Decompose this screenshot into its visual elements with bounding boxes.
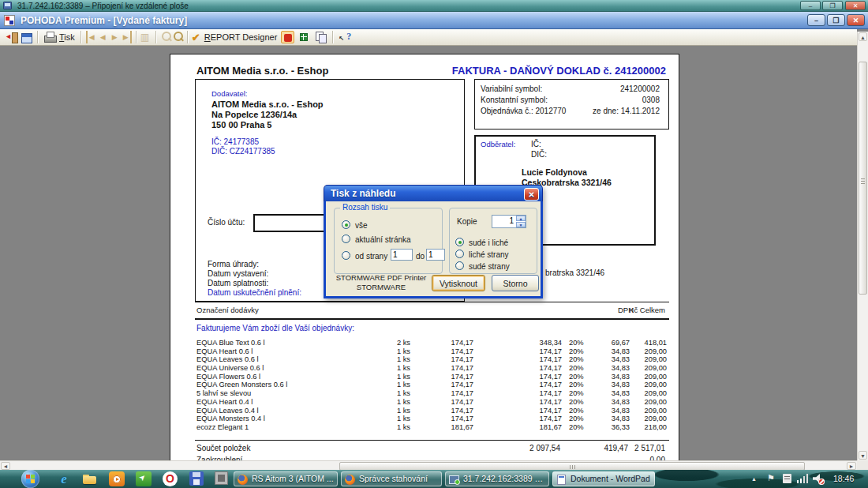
save-app-icon[interactable] <box>189 471 204 486</box>
to-page-input[interactable] <box>426 249 445 261</box>
table-row: EQUA Flowers 0.6 l 1 ks 174,17 174,17 20… <box>170 373 679 381</box>
explorer-folder-icon <box>82 471 98 486</box>
radio-all-pages-label: vše <box>355 221 368 230</box>
customer-name: Lucie Foldynova <box>522 167 587 177</box>
remote-app-icon[interactable] <box>136 471 152 486</box>
scroll-grip <box>570 465 575 469</box>
scroll-left-icon[interactable]: ◄ <box>1 462 10 470</box>
constant-symbol-label: Konstantní symbol: <box>481 96 548 104</box>
next-page-icon[interactable]: ▶ <box>110 31 120 43</box>
supplier-ic: IČ: 24177385 <box>211 137 259 146</box>
scroll-up-icon[interactable]: ▲ <box>859 32 867 41</box>
toolbar-separator <box>37 31 39 43</box>
scroll-right-icon[interactable]: ► <box>847 462 856 470</box>
rdp-close-button[interactable]: ✕ <box>845 1 866 10</box>
screen: 31.7.242.162:3389 – Připojení ke vzdálen… <box>0 0 868 488</box>
report-designer-button[interactable]: REPORT Designer <box>204 32 278 42</box>
rdp-title: 31.7.242.162:3389 – Připojení ke vzdálen… <box>17 0 189 12</box>
vertical-scroll-thumb[interactable] <box>859 62 867 295</box>
tray-app-icon[interactable] <box>783 474 791 483</box>
app-title-bar[interactable]: POHODA Premium - [Vydané faktury] – ❐ ✕ <box>0 12 868 29</box>
rdp-restore-button[interactable]: ❐ <box>822 1 843 10</box>
zoom-out-icon[interactable] <box>172 31 184 43</box>
sum-dph: 419,47 <box>604 444 628 452</box>
constant-symbol-value: 0308 <box>642 96 660 104</box>
misc-app-icon[interactable] <box>215 471 228 485</box>
taskbar-button-download-manager[interactable]: Správce stahování <box>341 471 442 486</box>
print-confirm-button[interactable]: Vytisknout <box>432 275 485 291</box>
close-preview-icon[interactable] <box>5 31 18 43</box>
internet-explorer-icon[interactable]: e <box>56 471 72 486</box>
network-signal-icon[interactable] <box>797 474 808 483</box>
table-row: EQUA Leaves 0.4 l 1 ks 174,17 174,17 20%… <box>170 407 679 415</box>
volume-mute-badge <box>818 479 825 485</box>
spinner-down-icon[interactable]: ▼ <box>516 222 526 227</box>
radio-odd-pages[interactable] <box>455 250 464 258</box>
print-dialog-titlebar[interactable]: Tisk z náhledu ✕ <box>324 185 543 201</box>
copies-value: 1 <box>509 216 514 225</box>
rdp-connection-bar[interactable]: 31.7.242.162:3389 – Připojení ke vzdálen… <box>0 0 868 12</box>
radio-all-pages[interactable] <box>342 220 350 229</box>
print-icon[interactable] <box>43 31 57 43</box>
toolbar-separator <box>136 31 137 43</box>
app-restore-button[interactable]: ❐ <box>827 14 845 26</box>
radio-even-pages[interactable] <box>455 261 464 270</box>
cancel-button[interactable]: Storno <box>492 275 539 291</box>
table-top-line <box>195 302 669 302</box>
customer-label: Odběratel: <box>481 140 515 148</box>
table-row: EQUA Blue Text 0.6 l 2 ks 174,17 348,34 … <box>170 339 679 347</box>
context-help-icon[interactable]: ? <box>339 31 351 43</box>
issued-label: Datum vystavení: <box>208 269 268 278</box>
vertical-scrollbar[interactable]: ▲ ▼ <box>857 32 868 460</box>
app-minimize-button[interactable]: – <box>807 14 825 26</box>
zoom-in-icon[interactable] <box>160 31 172 43</box>
folder-icon-slot[interactable] <box>82 471 98 486</box>
taskbar-button-wordpad[interactable]: Dokument - WordPad <box>552 471 655 486</box>
customer-dic-label: DIČ: <box>531 150 547 159</box>
copy-icon[interactable] <box>314 31 327 43</box>
radio-even-and-odd[interactable] <box>455 238 464 246</box>
report-designer-icon[interactable]: ✔ <box>192 32 204 43</box>
opera-icon[interactable]: O <box>163 471 178 486</box>
taskbar-button-rs-aitom[interactable]: RS Aitom 3 (AITOM ... <box>234 471 338 486</box>
radio-current-page[interactable] <box>342 235 350 243</box>
prev-page-icon[interactable]: ◀ <box>98 31 108 43</box>
totals-line <box>195 440 669 441</box>
variable-symbol-value: 241200002 <box>620 84 660 93</box>
supplier-street: Na Popelce 1236/14a <box>211 110 297 119</box>
dialog-close-icon[interactable]: ✕ <box>524 188 539 201</box>
spinner-up-icon[interactable]: ▲ <box>516 216 526 221</box>
supplier-name: AITOM Media s.r.o. - Eshop <box>211 99 324 109</box>
rdp-minimize-button[interactable]: – <box>800 1 821 10</box>
window-icon[interactable] <box>21 33 32 43</box>
from-page-input[interactable] <box>391 249 413 261</box>
copies-stepper[interactable]: 1 ▲ ▼ <box>492 215 526 228</box>
radio-page-range[interactable] <box>342 251 350 260</box>
toolbar-separator <box>80 31 82 43</box>
table-header-name: Označení dodávky <box>196 306 259 314</box>
invoice-items: EQUA Blue Text 0.6 l 2 ks 174,17 348,34 … <box>170 339 679 432</box>
firefox-icon <box>238 475 248 485</box>
first-page-icon[interactable]: ◀ <box>86 31 96 43</box>
two-pages-icon[interactable]: ▥ <box>140 31 152 43</box>
print-button[interactable]: Tisk <box>59 32 75 42</box>
app-close-button[interactable]: ✕ <box>847 14 865 26</box>
action-center-flag-icon[interactable]: ⚑ <box>767 473 775 483</box>
export-excel-icon[interactable] <box>297 31 311 43</box>
scroll-down-icon[interactable]: ▼ <box>859 451 867 460</box>
taskbar-button-rdp[interactable]: 31.7.242.162:3389 – P... <box>445 471 549 486</box>
tray-clock[interactable]: 18:46 <box>833 474 854 483</box>
toolbar-separator <box>187 31 189 43</box>
media-player-icon[interactable] <box>109 471 125 486</box>
table-row: EQUA Green Monsters 0.6 l 1 ks 174,17 17… <box>170 381 679 389</box>
invoice-doc-title: FAKTURA - DAŇOVÝ DOKLAD č. 241200002 <box>452 65 666 77</box>
printer-name: STORMWARE PDF Printer STORMWARE <box>334 273 428 292</box>
table-row: ecozz Elegant 1 1 ks 181,67 181,67 20% 3… <box>170 423 679 432</box>
radio-even-and-odd-label: sudé i liché <box>469 238 508 247</box>
export-pdf-icon[interactable] <box>281 31 294 43</box>
rdp-icon <box>449 475 459 484</box>
last-page-icon[interactable]: ▶ <box>122 31 132 43</box>
preview-toolbar: Tisk ◀ ◀ ▶ ▶ ▥ ✔ REPORT Designer ? <box>0 29 857 46</box>
tray-expand-icon[interactable]: ▲ <box>751 476 757 482</box>
start-button[interactable] <box>21 470 39 488</box>
